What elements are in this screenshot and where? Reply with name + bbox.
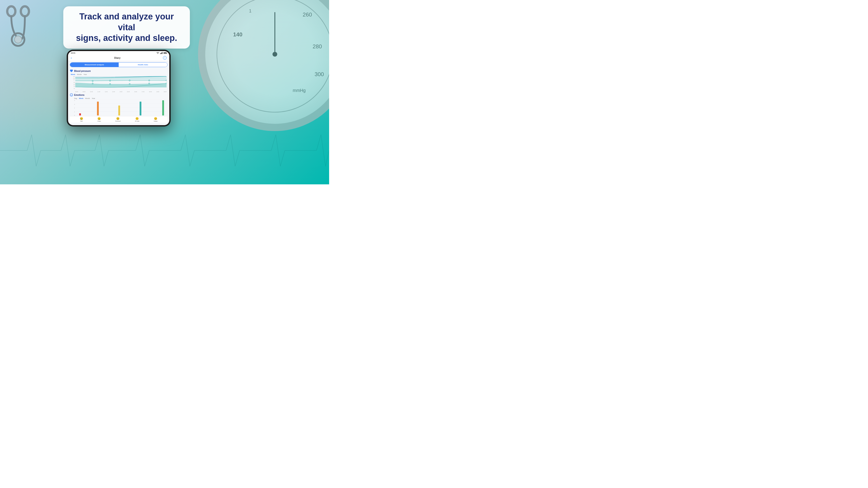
svg-point-31 (71, 94, 71, 95)
emotions-tab-day[interactable]: Day (74, 97, 77, 99)
angry-icon: 😠 (97, 117, 101, 120)
sad-label: Sad (80, 121, 83, 122)
blood-pressure-section: Blood pressure Week Month Year 126 125 1… (68, 68, 169, 92)
tablet-device: 18:01 (67, 50, 170, 127)
svg-text:1: 1 (249, 8, 252, 13)
title-line1: Track and analyze your vital (79, 12, 174, 32)
wifi-icon (156, 52, 159, 54)
emotions-tab-month[interactable]: Month (85, 97, 90, 99)
allright-icon: 🙂 (135, 117, 139, 120)
time-tab-year[interactable]: Year (84, 73, 87, 75)
svg-text:260: 260 (303, 11, 312, 18)
blood-pressure-chart-svg (75, 76, 166, 90)
main-title: Track and analyze your vital signs, acti… (72, 11, 181, 43)
svg-rect-39 (97, 102, 99, 116)
emotions-chart: 4 3 2 1 0 (71, 100, 166, 116)
svg-point-28 (166, 83, 166, 84)
svg-point-30 (70, 94, 73, 96)
blood-pressure-time-tabs: Week Month Year (71, 73, 167, 75)
blood-pressure-header: Blood pressure (70, 69, 167, 72)
ecg-decoration (0, 117, 329, 184)
svg-rect-42 (162, 100, 164, 116)
stressed-icon: 😟 (116, 117, 120, 120)
emotion-allright: 🙂 All right (135, 117, 140, 122)
status-icons (156, 52, 166, 54)
title-line2: signs, activity and sleep. (76, 33, 177, 43)
svg-point-24 (92, 83, 93, 84)
emotion-happy: 😊 Happy (154, 117, 158, 122)
stethoscope-decoration (0, 4, 43, 84)
emotions-title: Emotions (74, 94, 85, 96)
status-bar: 18:01 (68, 51, 169, 55)
emotions-time-tabs: Day Week Month Year (74, 97, 167, 99)
time-tab-week[interactable]: Week (71, 73, 75, 75)
svg-point-25 (110, 84, 111, 85)
blood-pressure-chart: 126 125 1.. 90 80 75 70 (71, 76, 166, 92)
emotion-icons-row: 😢 Sad 😠 Angry 😟 Stressed 🙂 All right 😊 (70, 116, 167, 123)
svg-text:280: 280 (313, 43, 322, 50)
emotion-sad: 😢 Sad (80, 117, 83, 122)
svg-point-20 (110, 80, 111, 81)
emotions-tab-year[interactable]: Year (92, 97, 95, 99)
gauge-decoration: 140 1 260 280 300 mmHg (198, 0, 329, 131)
happy-icon: 😊 (154, 117, 157, 120)
tablet-screen: 18:01 (68, 51, 169, 125)
svg-text:300: 300 (315, 71, 324, 77)
time-tab-month[interactable]: Month (77, 73, 82, 75)
emotions-y-axis: 4 3 2 1 0 (71, 100, 75, 116)
tab-measurement-analysis[interactable]: Measurement analysis (70, 63, 119, 67)
emotions-bar-chart-svg (75, 100, 166, 116)
emotion-angry: 😠 Angry (97, 117, 101, 122)
screen-title: Diary (114, 57, 121, 59)
svg-point-8 (7, 6, 16, 16)
top-nav: ‹ Diary i (68, 55, 169, 61)
svg-point-22 (149, 80, 150, 81)
emotions-tab-week[interactable]: Week (79, 97, 83, 99)
time-display: 18:01 (71, 52, 75, 54)
svg-text:mmHg: mmHg (293, 88, 306, 93)
svg-point-27 (149, 83, 150, 84)
tab-switcher: Measurement analysis Health risks (70, 62, 167, 67)
svg-point-23 (166, 80, 166, 81)
svg-point-9 (21, 6, 29, 16)
heart-icon (70, 69, 73, 72)
happy-label: Happy (154, 121, 158, 122)
emotion-stressed: 😟 Stressed (115, 117, 121, 122)
emotions-section: Emotions Day Week Month Year 4 3 2 1 0 (68, 92, 169, 123)
svg-point-21 (129, 80, 130, 81)
info-button[interactable]: i (163, 56, 166, 60)
smiley-icon (70, 93, 73, 96)
svg-rect-40 (118, 105, 120, 116)
bp-x-axis: 08:05 09:05 10:05 11:05 12:05 13:05 14:0… (75, 91, 166, 92)
emotions-header: Emotions (70, 93, 167, 96)
back-button[interactable]: ‹ (71, 56, 72, 60)
svg-point-29 (166, 76, 166, 76)
title-card: Track and analyze your vital signs, acti… (63, 6, 190, 48)
stressed-label: Stressed (115, 121, 121, 122)
svg-rect-38 (79, 113, 81, 116)
signal-icon (160, 52, 162, 54)
tab-health-risks[interactable]: Health risks (119, 63, 167, 67)
blood-pressure-title: Blood pressure (74, 70, 91, 72)
svg-point-32 (72, 94, 72, 95)
svg-rect-41 (140, 102, 142, 116)
svg-point-26 (129, 84, 130, 85)
svg-text:140: 140 (233, 31, 242, 37)
allright-label: All right (135, 121, 140, 122)
bp-y-axis: 126 125 1.. 90 80 75 70 (71, 76, 75, 89)
sad-icon: 😢 (80, 117, 83, 120)
battery-icon (163, 52, 166, 54)
angry-label: Angry (97, 121, 101, 122)
svg-point-11 (14, 36, 22, 43)
svg-point-19 (92, 80, 93, 82)
svg-point-7 (272, 52, 277, 57)
